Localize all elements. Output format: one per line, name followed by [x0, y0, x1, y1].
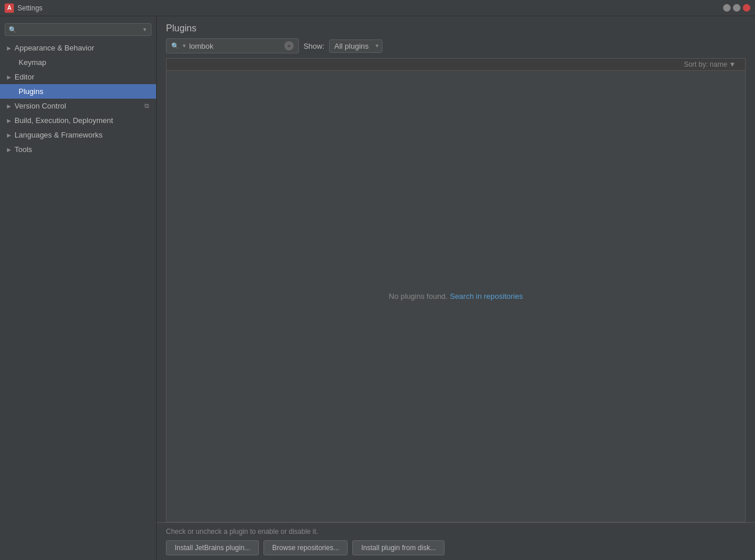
hint-text: Check or uncheck a plugin to enable or d…	[166, 528, 746, 536]
sort-by-label: Sort by: name	[684, 60, 727, 68]
maximize-button[interactable]	[733, 4, 740, 12]
plugin-search-input[interactable]	[189, 42, 282, 50]
sidebar-item-languages[interactable]: ▶ Languages & Frameworks	[0, 128, 156, 142]
plugin-search-bar: 🔍 ▼ × Show: All plugins Enabled Disabled…	[157, 38, 755, 58]
sidebar-label-tools: Tools	[15, 145, 149, 154]
sidebar-label-build: Build, Execution, Deployment	[15, 116, 149, 125]
install-from-disk-button[interactable]: Install plugin from disk...	[352, 540, 445, 555]
chevron-right-icon: ▶	[7, 103, 11, 109]
sort-arrow-icon: ▼	[729, 60, 736, 68]
sidebar-label-editor: Editor	[15, 73, 149, 81]
app-icon: A	[5, 3, 14, 13]
no-plugins-text: No plugins found.	[389, 292, 447, 301]
sidebar-item-build[interactable]: ▶ Build, Execution, Deployment	[0, 113, 156, 128]
sidebar-label-version-control: Version Control	[15, 102, 141, 110]
sidebar-label-plugins: Plugins	[19, 87, 149, 96]
bottom-buttons: Install JetBrains plugin... Browse repos…	[166, 540, 746, 555]
install-jetbrains-button[interactable]: Install JetBrains plugin...	[166, 540, 259, 555]
search-dropdown-arrow[interactable]: ▼	[142, 27, 147, 32]
main-layout: 🔍 ▼ ▶ Appearance & Behavior Keymap ▶ Edi…	[0, 16, 755, 560]
page-title: Plugins	[166, 23, 196, 33]
no-plugins-message: No plugins found. Search in repositories	[389, 292, 523, 301]
window-title: Settings	[17, 4, 720, 12]
chevron-right-icon: ▶	[7, 132, 11, 138]
sort-by-dropdown[interactable]: Sort by: name ▼	[684, 60, 736, 68]
close-button[interactable]	[743, 4, 750, 12]
sidebar-label-keymap: Keymap	[19, 58, 149, 67]
browse-repositories-button[interactable]: Browse repositories...	[263, 540, 348, 555]
chevron-right-icon: ▶	[7, 147, 11, 153]
sidebar-item-tools[interactable]: ▶ Tools	[0, 142, 156, 157]
show-dropdown-wrap[interactable]: All plugins Enabled Disabled Bundled Cus…	[329, 39, 382, 53]
sidebar-search-wrap[interactable]: 🔍 ▼	[5, 23, 151, 36]
sidebar-item-appearance[interactable]: ▶ Appearance & Behavior	[0, 41, 156, 55]
sidebar-item-editor[interactable]: ▶ Editor	[0, 70, 156, 84]
plugin-list-area: No plugins found. Search in repositories	[166, 70, 746, 522]
sidebar-label-appearance: Appearance & Behavior	[15, 44, 149, 52]
clear-search-button[interactable]: ×	[284, 41, 294, 50]
content-area: Plugins 🔍 ▼ × Show: All plugins Enabled …	[157, 16, 755, 560]
bottom-area: Check or uncheck a plugin to enable or d…	[157, 522, 755, 560]
plugin-search-icon: 🔍	[171, 42, 179, 50]
search-repositories-link[interactable]: Search in repositories	[450, 292, 523, 301]
chevron-right-icon: ▶	[7, 118, 11, 124]
sidebar-label-languages: Languages & Frameworks	[15, 131, 149, 139]
sidebar-search-input[interactable]	[19, 26, 140, 34]
show-label: Show:	[304, 42, 324, 50]
search-icon: 🔍	[9, 26, 17, 34]
sidebar: 🔍 ▼ ▶ Appearance & Behavior Keymap ▶ Edi…	[0, 16, 157, 560]
chevron-right-icon: ▶	[7, 45, 11, 51]
show-dropdown[interactable]: All plugins Enabled Disabled Bundled Cus…	[329, 39, 382, 53]
sort-bar: Sort by: name ▼	[166, 58, 746, 70]
sidebar-item-keymap[interactable]: Keymap	[0, 55, 156, 70]
window-controls	[723, 4, 750, 12]
copy-icon: ⧉	[145, 102, 149, 110]
title-bar: A Settings	[0, 0, 755, 16]
chevron-right-icon: ▶	[7, 74, 11, 80]
minimize-button[interactable]	[723, 4, 731, 12]
plugin-search-arrow[interactable]: ▼	[182, 43, 187, 49]
content-header: Plugins	[157, 16, 755, 38]
sidebar-item-plugins[interactable]: Plugins	[0, 84, 156, 99]
sidebar-item-version-control[interactable]: ▶ Version Control ⧉	[0, 99, 156, 113]
plugin-search-wrap[interactable]: 🔍 ▼ ×	[166, 38, 299, 53]
